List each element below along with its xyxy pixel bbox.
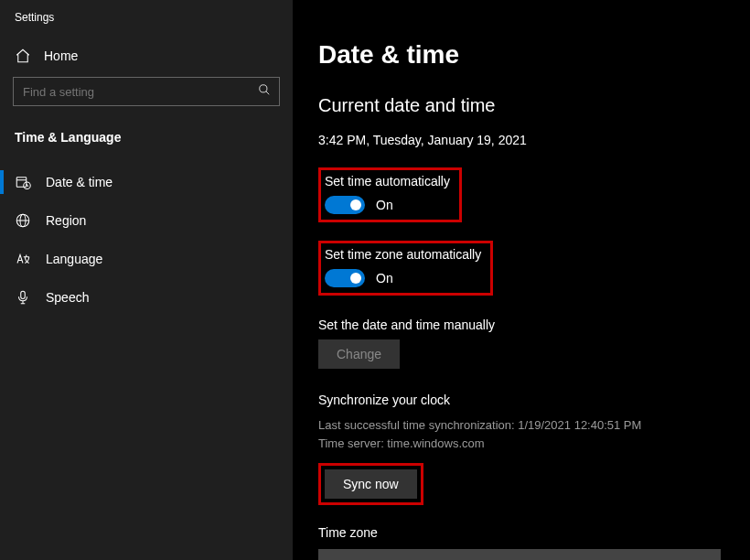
svg-rect-10 <box>21 291 26 298</box>
sidebar-item-speech[interactable]: Speech <box>0 278 293 317</box>
search-wrap <box>0 77 293 123</box>
sync-last: Last successful time synchronization: 1/… <box>318 416 750 435</box>
search-input[interactable] <box>13 77 280 106</box>
microphone-icon <box>15 289 31 306</box>
sidebar-item-region[interactable]: Region <box>0 201 293 240</box>
sync-section: Synchronize your clock Last successful t… <box>318 393 750 505</box>
set-tz-auto-block: Set time zone automatically On <box>318 241 493 296</box>
sidebar: Settings Home Time & Language Date & tim… <box>0 0 293 560</box>
app-title: Settings <box>0 11 293 42</box>
sidebar-item-date-time[interactable]: Date & time <box>0 163 293 201</box>
timezone-section: Time zone (UTC+07:00) Bangkok, Hanoi, Ja… <box>318 525 750 560</box>
section-current-datetime: Current date and time <box>318 95 750 116</box>
sync-now-button[interactable]: Sync now <box>325 469 417 499</box>
svg-line-1 <box>266 92 270 95</box>
set-tz-auto-label: Set time zone automatically <box>325 247 481 262</box>
sidebar-item-label: Date & time <box>46 175 112 189</box>
page-title: Date & time <box>318 40 750 70</box>
set-time-auto-label: Set time automatically <box>325 174 450 188</box>
set-time-auto-block: Set time automatically On <box>318 167 462 222</box>
sync-server: Time server: time.windows.com <box>318 435 750 453</box>
main-content: Date & time Current date and time 3:42 P… <box>293 0 750 560</box>
manual-datetime-label: Set the date and time manually <box>318 318 745 332</box>
home-nav[interactable]: Home <box>0 42 293 77</box>
sync-title: Synchronize your clock <box>318 393 750 407</box>
set-time-auto-toggle[interactable] <box>325 196 365 214</box>
globe-icon <box>15 212 31 229</box>
home-icon <box>15 48 31 64</box>
category-title: Time & Language <box>0 123 293 163</box>
clock-calendar-icon <box>15 174 31 190</box>
search-icon <box>258 83 271 100</box>
set-time-auto-state: On <box>376 198 393 212</box>
svg-line-6 <box>27 186 29 187</box>
sidebar-item-label: Region <box>46 213 86 228</box>
home-label: Home <box>44 48 78 63</box>
svg-rect-2 <box>16 178 27 188</box>
current-datetime-value: 3:42 PM, Tuesday, January 19, 2021 <box>318 133 750 147</box>
timezone-label: Time zone <box>318 525 750 540</box>
manual-datetime-block: Set the date and time manually Change <box>318 314 750 372</box>
sidebar-item-language[interactable]: Language <box>0 240 293 278</box>
set-tz-auto-toggle[interactable] <box>325 269 365 287</box>
change-button[interactable]: Change <box>318 339 400 369</box>
sidebar-item-label: Speech <box>46 290 89 305</box>
timezone-select[interactable]: (UTC+07:00) Bangkok, Hanoi, Jakarta <box>318 549 721 560</box>
sync-info: Last successful time synchronization: 1/… <box>318 416 750 452</box>
language-icon <box>15 251 31 267</box>
sidebar-item-label: Language <box>46 252 102 266</box>
svg-point-0 <box>260 85 267 92</box>
sync-button-highlight: Sync now <box>318 463 423 505</box>
set-tz-auto-state: On <box>376 271 393 285</box>
